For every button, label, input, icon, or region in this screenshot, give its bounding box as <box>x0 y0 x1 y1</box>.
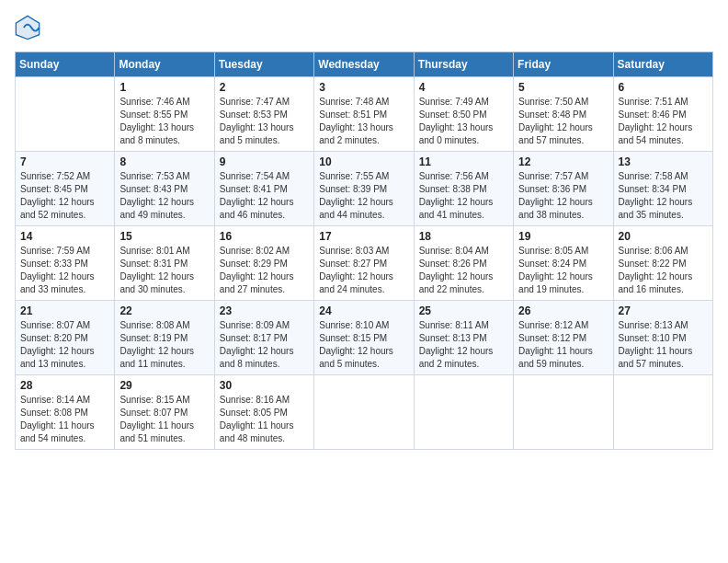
day-cell: 25Sunrise: 8:11 AM Sunset: 8:13 PM Dayli… <box>414 301 513 375</box>
day-info: Sunrise: 7:59 AM Sunset: 8:33 PM Dayligh… <box>20 245 109 296</box>
day-number: 7 <box>20 155 109 168</box>
day-cell <box>16 77 115 152</box>
calendar-header: SundayMondayTuesdayWednesdayThursdayFrid… <box>16 52 713 77</box>
day-number: 30 <box>220 379 309 392</box>
day-info: Sunrise: 8:09 AM Sunset: 8:17 PM Dayligh… <box>220 319 309 371</box>
day-number: 20 <box>619 230 708 243</box>
day-cell: 12Sunrise: 7:57 AM Sunset: 8:36 PM Dayli… <box>514 152 613 226</box>
day-cell: 19Sunrise: 8:05 AM Sunset: 8:24 PM Dayli… <box>514 226 613 301</box>
day-info: Sunrise: 8:04 AM Sunset: 8:26 PM Dayligh… <box>419 245 508 296</box>
day-info: Sunrise: 8:05 AM Sunset: 8:24 PM Dayligh… <box>518 245 608 296</box>
page-header <box>15 15 713 40</box>
day-number: 3 <box>319 81 408 94</box>
week-row-2: 7Sunrise: 7:52 AM Sunset: 8:45 PM Daylig… <box>16 152 713 226</box>
day-cell: 4Sunrise: 7:49 AM Sunset: 8:50 PM Daylig… <box>414 77 513 152</box>
day-info: Sunrise: 7:55 AM Sunset: 8:39 PM Dayligh… <box>319 170 408 222</box>
day-number: 5 <box>518 81 608 94</box>
header-cell-tuesday: Tuesday <box>214 52 313 77</box>
day-info: Sunrise: 8:03 AM Sunset: 8:27 PM Dayligh… <box>319 245 408 296</box>
day-info: Sunrise: 8:08 AM Sunset: 8:19 PM Dayligh… <box>119 319 209 371</box>
day-cell: 29Sunrise: 8:15 AM Sunset: 8:07 PM Dayli… <box>115 375 214 450</box>
day-info: Sunrise: 7:57 AM Sunset: 8:36 PM Dayligh… <box>518 170 608 222</box>
week-row-1: 1Sunrise: 7:46 AM Sunset: 8:55 PM Daylig… <box>16 77 713 152</box>
header-row: SundayMondayTuesdayWednesdayThursdayFrid… <box>16 52 713 77</box>
day-info: Sunrise: 8:10 AM Sunset: 8:15 PM Dayligh… <box>319 319 408 371</box>
day-cell <box>414 375 513 450</box>
day-number: 10 <box>319 155 408 168</box>
day-info: Sunrise: 7:48 AM Sunset: 8:51 PM Dayligh… <box>319 96 408 147</box>
day-number: 14 <box>20 230 109 243</box>
day-cell <box>613 375 712 450</box>
day-info: Sunrise: 8:14 AM Sunset: 8:08 PM Dayligh… <box>20 394 109 445</box>
day-number: 18 <box>419 230 508 243</box>
day-number: 4 <box>419 81 508 94</box>
day-cell: 27Sunrise: 8:13 AM Sunset: 8:10 PM Dayli… <box>613 301 712 375</box>
day-info: Sunrise: 8:13 AM Sunset: 8:10 PM Dayligh… <box>619 319 708 371</box>
day-info: Sunrise: 7:56 AM Sunset: 8:38 PM Dayligh… <box>419 170 508 222</box>
day-info: Sunrise: 7:51 AM Sunset: 8:46 PM Dayligh… <box>619 96 708 147</box>
day-info: Sunrise: 8:01 AM Sunset: 8:31 PM Dayligh… <box>119 245 209 296</box>
day-number: 9 <box>220 155 309 168</box>
day-info: Sunrise: 8:02 AM Sunset: 8:29 PM Dayligh… <box>220 245 309 296</box>
day-cell: 20Sunrise: 8:06 AM Sunset: 8:22 PM Dayli… <box>613 226 712 301</box>
day-number: 19 <box>518 230 608 243</box>
day-number: 13 <box>619 155 708 168</box>
day-cell: 26Sunrise: 8:12 AM Sunset: 8:12 PM Dayli… <box>514 301 613 375</box>
day-cell: 13Sunrise: 7:58 AM Sunset: 8:34 PM Dayli… <box>613 152 712 226</box>
day-number: 15 <box>119 230 209 243</box>
day-info: Sunrise: 8:07 AM Sunset: 8:20 PM Dayligh… <box>20 319 109 371</box>
day-number: 26 <box>518 304 608 317</box>
header-cell-saturday: Saturday <box>613 52 712 77</box>
day-cell: 21Sunrise: 8:07 AM Sunset: 8:20 PM Dayli… <box>16 301 115 375</box>
day-number: 29 <box>119 379 209 392</box>
day-info: Sunrise: 7:58 AM Sunset: 8:34 PM Dayligh… <box>619 170 708 222</box>
week-row-4: 21Sunrise: 8:07 AM Sunset: 8:20 PM Dayli… <box>16 301 713 375</box>
day-cell: 28Sunrise: 8:14 AM Sunset: 8:08 PM Dayli… <box>16 375 115 450</box>
day-cell: 15Sunrise: 8:01 AM Sunset: 8:31 PM Dayli… <box>115 226 214 301</box>
day-cell <box>514 375 613 450</box>
day-cell: 17Sunrise: 8:03 AM Sunset: 8:27 PM Dayli… <box>314 226 414 301</box>
week-row-5: 28Sunrise: 8:14 AM Sunset: 8:08 PM Dayli… <box>16 375 713 450</box>
logo-icon <box>15 15 40 40</box>
day-number: 27 <box>619 304 708 317</box>
day-info: Sunrise: 7:49 AM Sunset: 8:50 PM Dayligh… <box>419 96 508 147</box>
day-cell: 7Sunrise: 7:52 AM Sunset: 8:45 PM Daylig… <box>16 152 115 226</box>
day-cell: 1Sunrise: 7:46 AM Sunset: 8:55 PM Daylig… <box>115 77 214 152</box>
day-cell: 14Sunrise: 7:59 AM Sunset: 8:33 PM Dayli… <box>16 226 115 301</box>
day-number: 17 <box>319 230 408 243</box>
day-info: Sunrise: 7:47 AM Sunset: 8:53 PM Dayligh… <box>220 96 309 147</box>
day-info: Sunrise: 7:46 AM Sunset: 8:55 PM Dayligh… <box>119 96 209 147</box>
day-cell: 18Sunrise: 8:04 AM Sunset: 8:26 PM Dayli… <box>414 226 513 301</box>
day-number: 16 <box>220 230 309 243</box>
day-number: 11 <box>419 155 508 168</box>
header-cell-wednesday: Wednesday <box>314 52 414 77</box>
day-number: 25 <box>419 304 508 317</box>
day-info: Sunrise: 7:50 AM Sunset: 8:48 PM Dayligh… <box>518 96 608 147</box>
day-cell: 16Sunrise: 8:02 AM Sunset: 8:29 PM Dayli… <box>214 226 313 301</box>
day-number: 6 <box>619 81 708 94</box>
logo <box>15 15 44 40</box>
day-cell: 22Sunrise: 8:08 AM Sunset: 8:19 PM Dayli… <box>115 301 214 375</box>
day-info: Sunrise: 8:15 AM Sunset: 8:07 PM Dayligh… <box>119 394 209 445</box>
calendar-body: 1Sunrise: 7:46 AM Sunset: 8:55 PM Daylig… <box>16 77 713 450</box>
day-cell: 10Sunrise: 7:55 AM Sunset: 8:39 PM Dayli… <box>314 152 414 226</box>
week-row-3: 14Sunrise: 7:59 AM Sunset: 8:33 PM Dayli… <box>16 226 713 301</box>
header-cell-thursday: Thursday <box>414 52 513 77</box>
day-number: 12 <box>518 155 608 168</box>
day-info: Sunrise: 7:54 AM Sunset: 8:41 PM Dayligh… <box>220 170 309 222</box>
day-info: Sunrise: 8:06 AM Sunset: 8:22 PM Dayligh… <box>619 245 708 296</box>
day-info: Sunrise: 8:12 AM Sunset: 8:12 PM Dayligh… <box>518 319 608 371</box>
day-info: Sunrise: 7:52 AM Sunset: 8:45 PM Dayligh… <box>20 170 109 222</box>
day-info: Sunrise: 8:11 AM Sunset: 8:13 PM Dayligh… <box>419 319 508 371</box>
day-number: 1 <box>119 81 209 94</box>
header-cell-monday: Monday <box>115 52 214 77</box>
day-number: 21 <box>20 304 109 317</box>
day-cell: 9Sunrise: 7:54 AM Sunset: 8:41 PM Daylig… <box>214 152 313 226</box>
day-number: 8 <box>119 155 209 168</box>
header-cell-friday: Friday <box>514 52 613 77</box>
day-info: Sunrise: 8:16 AM Sunset: 8:05 PM Dayligh… <box>220 394 309 445</box>
day-cell: 30Sunrise: 8:16 AM Sunset: 8:05 PM Dayli… <box>214 375 313 450</box>
header-cell-sunday: Sunday <box>16 52 115 77</box>
day-number: 22 <box>119 304 209 317</box>
calendar-table: SundayMondayTuesdayWednesdayThursdayFrid… <box>15 52 713 450</box>
